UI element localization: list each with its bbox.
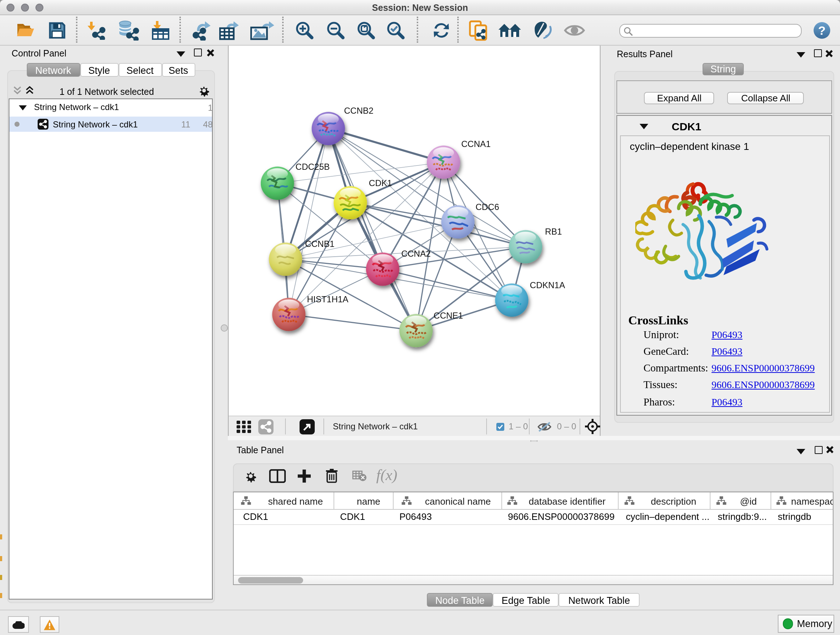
svg-text:HIST1H1A: HIST1H1A: [307, 295, 348, 304]
svg-text:CDC6: CDC6: [475, 202, 499, 212]
svg-text:?: ?: [818, 24, 826, 37]
svg-text:CCNA1: CCNA1: [461, 139, 491, 149]
svg-text:CDKN1A: CDKN1A: [530, 280, 565, 290]
svg-text:CDC25B: CDC25B: [295, 162, 330, 172]
svg-text:CCNA2: CCNA2: [401, 249, 431, 258]
svg-text:CCNE1: CCNE1: [434, 310, 463, 320]
svg-text:RB1: RB1: [545, 226, 562, 236]
svg-text:CCNB2: CCNB2: [344, 106, 373, 116]
svg-text:CCNB1: CCNB1: [305, 239, 334, 249]
svg-text:CDK1: CDK1: [369, 178, 392, 188]
